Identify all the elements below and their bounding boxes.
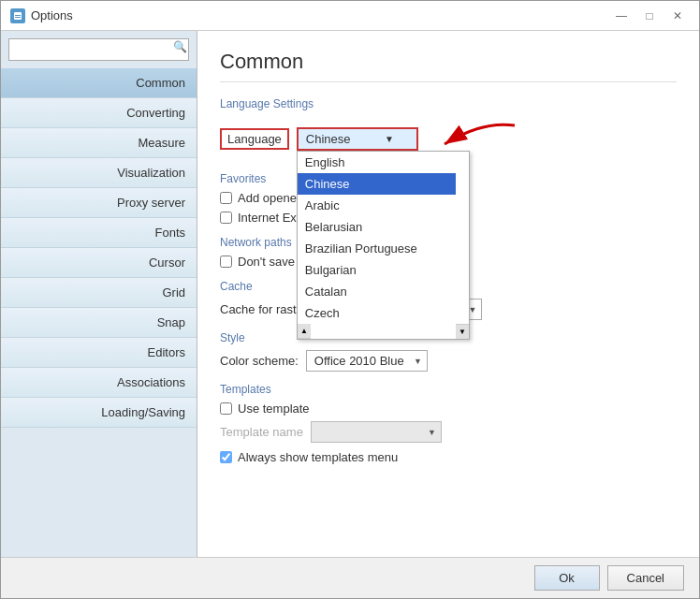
color-scheme-select[interactable]: Office 2010 Blue [306, 350, 428, 372]
template-name-label: Template name [220, 425, 303, 439]
dialog-title: Options [31, 8, 73, 22]
lang-option-arabic[interactable]: Arabic [298, 195, 456, 216]
use-template-label: Use template [238, 402, 310, 416]
close-button[interactable]: ✕ [665, 7, 690, 25]
ok-button[interactable]: Ok [534, 565, 600, 591]
template-name-input[interactable] [311, 421, 442, 443]
lang-option-chinese[interactable]: Chinese [298, 173, 456, 195]
dialog-footer: Ok Cancel [1, 557, 699, 598]
app-icon [10, 8, 25, 23]
sidebar-item-snap[interactable]: Snap [1, 308, 197, 338]
sidebar-item-measure[interactable]: Measure [1, 128, 197, 158]
titlebar-left: Options [10, 8, 73, 23]
svg-rect-1 [15, 15, 21, 16]
sidebar-item-proxy-server[interactable]: Proxy server [1, 188, 197, 218]
options-dialog: Options — □ ✕ 🔍 Common Converting Measur… [0, 0, 700, 599]
language-dropdown-popup: English Chinese Arabic Belarusian Brazil… [297, 151, 470, 340]
dropdown-scroll-up[interactable]: ▲ [298, 324, 311, 339]
lang-option-belarusian[interactable]: Belarusian [298, 216, 456, 238]
dialog-body: 🔍 Common Converting Measure Visualizatio… [1, 31, 699, 557]
cancel-button[interactable]: Cancel [607, 565, 684, 591]
sidebar-item-loading-saving[interactable]: Loading/Saving [1, 398, 197, 428]
language-settings-label: Language Settings [220, 97, 677, 110]
sidebar-item-visualization[interactable]: Visualization [1, 158, 197, 188]
sidebar-item-fonts[interactable]: Fonts [1, 218, 197, 248]
search-input[interactable] [8, 38, 189, 61]
main-content: Common Language Settings Language Chines… [197, 31, 699, 557]
search-icon-button[interactable]: 🔍 [173, 40, 187, 53]
dont-save-network-checkbox[interactable] [220, 256, 232, 268]
lang-option-bulgarian[interactable]: Bulgarian [298, 259, 456, 281]
color-scheme-select-wrapper: Office 2010 Blue [306, 350, 428, 372]
sidebar-item-converting[interactable]: Converting [1, 98, 197, 128]
template-name-wrapper [311, 421, 442, 443]
color-scheme-row: Color scheme: Office 2010 Blue [220, 350, 677, 372]
svg-rect-2 [15, 17, 21, 18]
window-controls: — □ ✕ [609, 7, 690, 25]
lang-option-english[interactable]: English [298, 152, 456, 173]
language-dropdown-wrapper: Chinese ▼ English Chinese Arabic Belarus… [297, 127, 418, 151]
lang-option-czech[interactable]: Czech [298, 302, 456, 324]
language-dropdown-arrow: ▼ [385, 134, 394, 144]
use-template-row: Use template [220, 402, 677, 416]
dropdown-scroll-down[interactable]: ▼ [456, 324, 469, 339]
lang-option-catalan[interactable]: Catalan [298, 281, 456, 302]
sidebar-item-editors[interactable]: Editors [1, 338, 197, 368]
language-label: Language [220, 128, 289, 150]
lang-option-brazilian[interactable]: Brazilian Portuguese [298, 238, 456, 259]
sidebar-item-associations[interactable]: Associations [1, 368, 197, 398]
internet-explorer-checkbox[interactable] [220, 212, 232, 224]
sidebar-item-cursor[interactable]: Cursor [1, 248, 197, 278]
maximize-button[interactable]: □ [637, 7, 662, 25]
sidebar-item-common[interactable]: Common [1, 68, 197, 98]
page-title: Common [220, 50, 677, 82]
add-opened-files-checkbox[interactable] [220, 192, 232, 204]
search-box: 🔍 [8, 38, 189, 61]
always-show-templates-label: Always show templates menu [238, 450, 398, 464]
color-scheme-label: Color scheme: [220, 354, 299, 368]
templates-section-label: Templates [220, 383, 677, 396]
use-template-checkbox[interactable] [220, 402, 232, 415]
sidebar: 🔍 Common Converting Measure Visualizatio… [1, 31, 197, 557]
sidebar-item-grid[interactable]: Grid [1, 278, 197, 308]
titlebar: Options — □ ✕ [1, 1, 699, 31]
language-field-row: Language Chinese ▼ English Chinese Arabi… [220, 116, 677, 161]
template-name-row: Template name [220, 421, 677, 443]
dropdown-items: English Chinese Arabic Belarusian Brazil… [298, 152, 469, 324]
language-select-box[interactable]: Chinese ▼ [297, 127, 418, 151]
always-show-templates-row: Always show templates menu [220, 450, 677, 464]
always-show-templates-checkbox[interactable] [220, 451, 232, 463]
minimize-button[interactable]: — [609, 7, 634, 25]
